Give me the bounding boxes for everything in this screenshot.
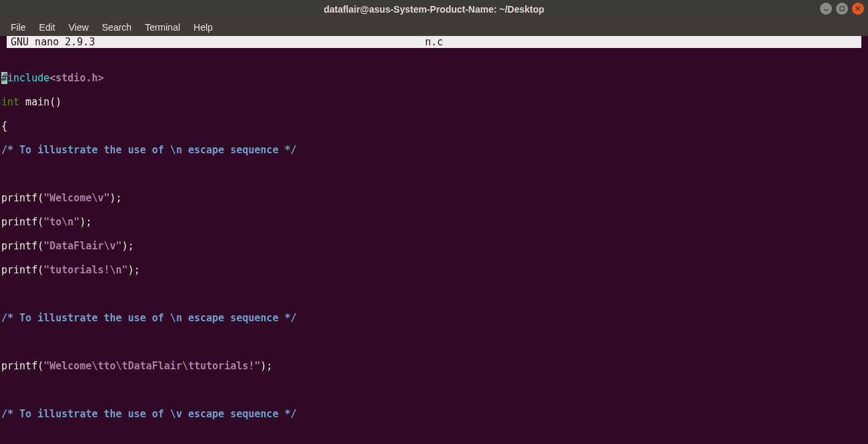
editor-area[interactable]: #include<stdio.h> int main() { /* To ill… [0, 60, 868, 444]
code-text: main() [19, 96, 61, 108]
code-text: printf( [1, 264, 43, 276]
comment: /* To illustrate the use of \n escape se… [1, 312, 297, 324]
menu-help[interactable]: Help [188, 21, 218, 34]
code-text: printf( [1, 240, 43, 252]
blank-line [1, 288, 867, 300]
code-line: int main() [1, 96, 867, 108]
code-line: printf("Welcome\v"); [1, 192, 867, 204]
string-literal: "Welcome\tto\tDataFlair\ttutorials!" [43, 360, 260, 372]
svg-rect-1 [840, 7, 844, 11]
code-text: ); [260, 360, 272, 372]
code-line: #include<stdio.h> [1, 72, 867, 84]
comment: /* To illustrate the use of \v escape se… [1, 408, 297, 420]
include-header: <stdio.h> [49, 72, 103, 84]
spacer-row [0, 48, 868, 60]
menu-view[interactable]: View [63, 21, 94, 34]
comment: /* To illustrate the use of \n escape se… [1, 144, 297, 156]
code-line: printf("tutorials!\n"); [1, 264, 867, 276]
code-text: ); [122, 240, 134, 252]
window-title: dataflair@asus-System-Product-Name: ~/De… [324, 4, 544, 15]
menu-edit[interactable]: Edit [34, 21, 61, 34]
code-line: printf("Welcome\tto\tDataFlair\ttutorial… [1, 360, 867, 372]
close-button[interactable] [852, 3, 864, 15]
string-literal: "Welcome\v" [43, 192, 109, 204]
code-text: printf( [1, 360, 43, 372]
cursor: # [1, 72, 7, 84]
code-text: { [1, 120, 7, 132]
code-text: printf( [1, 216, 43, 228]
blank-line [1, 384, 867, 396]
code-text: ); [110, 192, 122, 204]
code-text: ); [79, 216, 91, 228]
code-text: ); [128, 264, 140, 276]
menu-terminal[interactable]: Terminal [139, 21, 185, 34]
type-keyword: int [1, 96, 19, 108]
menu-bar: File Edit View Search Terminal Help [0, 19, 868, 36]
code-line: printf("DataFlair\v"); [1, 240, 867, 252]
window-controls [820, 3, 864, 15]
preproc-keyword: include [7, 72, 49, 84]
code-line: /* To illustrate the use of \n escape se… [1, 144, 867, 156]
blank-line [1, 336, 867, 348]
blank-line [1, 168, 867, 180]
minimize-button[interactable] [820, 3, 832, 15]
string-literal: "tutorials!\n" [43, 264, 127, 276]
code-line: { [1, 120, 867, 132]
blank-line [1, 432, 867, 444]
string-literal: "to\n" [43, 216, 79, 228]
nano-filename: n.c [425, 36, 443, 48]
code-text: printf( [1, 192, 43, 204]
code-line: /* To illustrate the use of \n escape se… [1, 312, 867, 324]
string-literal: "DataFlair\v" [43, 240, 121, 252]
maximize-button[interactable] [836, 3, 848, 15]
menu-search[interactable]: Search [97, 21, 137, 34]
code-line: printf("to\n"); [1, 216, 867, 228]
title-bar: dataflair@asus-System-Product-Name: ~/De… [0, 0, 868, 19]
nano-version: GNU nano 2.9.3 [7, 36, 95, 48]
nano-header-bar: GNU nano 2.9.3 n.c [7, 36, 861, 48]
code-line: /* To illustrate the use of \v escape se… [1, 408, 867, 420]
menu-file[interactable]: File [5, 21, 31, 34]
